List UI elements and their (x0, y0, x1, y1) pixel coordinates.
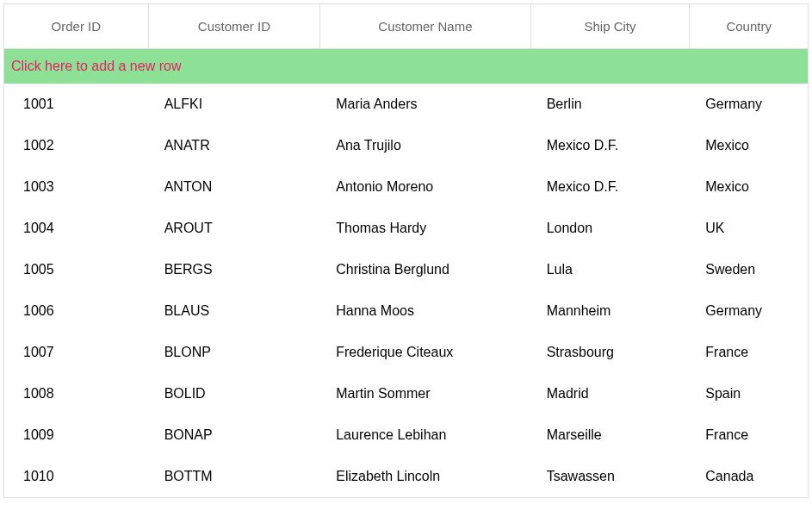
cell-customerName[interactable]: Frederique Citeaux (320, 345, 530, 360)
rows-container: 1001ALFKIMaria AndersBerlinGermany1002AN… (4, 84, 808, 497)
cell-country[interactable]: Canada (690, 469, 808, 484)
cell-orderId[interactable]: 1003 (4, 179, 149, 195)
cell-orderId[interactable]: 1001 (4, 97, 149, 112)
cell-customerName[interactable]: Elizabeth Lincoln (320, 469, 530, 484)
cell-orderId[interactable]: 1009 (4, 427, 149, 443)
cell-country[interactable]: Mexico (690, 138, 808, 153)
add-new-row-button[interactable]: Click here to add a new row (4, 49, 808, 84)
cell-country[interactable]: Spain (690, 386, 808, 402)
cell-customerId[interactable]: BLAUS (149, 303, 321, 319)
cell-shipCity[interactable]: Strasbourg (531, 345, 691, 360)
cell-country[interactable]: Germany (690, 303, 808, 319)
cell-orderId[interactable]: 1008 (4, 386, 149, 402)
cell-country[interactable]: Sweden (690, 262, 808, 277)
cell-customerName[interactable]: Laurence Lebihan (320, 427, 530, 443)
cell-shipCity[interactable]: Mexico D.F. (531, 138, 691, 153)
table-row[interactable]: 1001ALFKIMaria AndersBerlinGermany (4, 84, 808, 125)
column-header-country[interactable]: Country (690, 4, 808, 49)
table-row[interactable]: 1004AROUTThomas HardyLondonUK (4, 208, 808, 249)
cell-customerId[interactable]: AROUT (149, 221, 321, 236)
table-row[interactable]: 1008BOLIDMartin SommerMadridSpain (4, 373, 808, 414)
table-row[interactable]: 1007BLONPFrederique CiteauxStrasbourgFra… (4, 332, 808, 373)
cell-shipCity[interactable]: Tsawassen (531, 469, 691, 484)
cell-customerName[interactable]: Ana Trujilo (320, 138, 530, 153)
table-row[interactable]: 1010BOTTMElizabeth LincolnTsawassenCanad… (4, 456, 808, 497)
column-header-customer-name[interactable]: Customer Name (320, 4, 530, 49)
cell-country[interactable]: France (690, 427, 808, 443)
cell-customerId[interactable]: BOLID (149, 386, 321, 402)
cell-orderId[interactable]: 1006 (4, 303, 149, 319)
cell-shipCity[interactable]: Mannheim (531, 303, 691, 319)
cell-orderId[interactable]: 1010 (4, 469, 149, 484)
cell-customerId[interactable]: ALFKI (149, 97, 321, 112)
cell-orderId[interactable]: 1007 (4, 345, 149, 360)
cell-shipCity[interactable]: London (531, 221, 691, 236)
cell-customerName[interactable]: Hanna Moos (320, 303, 530, 319)
cell-customerName[interactable]: Maria Anders (320, 97, 530, 112)
cell-orderId[interactable]: 1004 (4, 221, 149, 236)
cell-orderId[interactable]: 1002 (4, 138, 149, 153)
cell-country[interactable]: UK (690, 221, 808, 236)
cell-customerId[interactable]: ANATR (149, 138, 321, 153)
cell-shipCity[interactable]: Madrid (531, 386, 691, 402)
table-row[interactable]: 1003ANTONAntonio MorenoMexico D.F.Mexico (4, 166, 808, 208)
cell-country[interactable]: France (690, 345, 808, 360)
cell-country[interactable]: Mexico (690, 179, 808, 195)
cell-shipCity[interactable]: Marseille (531, 427, 691, 443)
column-header-ship-city[interactable]: Ship City (531, 4, 691, 49)
column-header-customer-id[interactable]: Customer ID (149, 4, 321, 49)
cell-shipCity[interactable]: Berlin (531, 97, 691, 112)
cell-customerName[interactable]: Martin Sommer (320, 386, 530, 402)
header-row: Order ID Customer ID Customer Name Ship … (4, 4, 808, 49)
column-header-order-id[interactable]: Order ID (4, 4, 149, 49)
cell-country[interactable]: Germany (690, 97, 808, 112)
table-row[interactable]: 1009BONAPLaurence LebihanMarseilleFrance (4, 414, 808, 456)
table-row[interactable]: 1006BLAUSHanna MoosMannheimGermany (4, 290, 808, 332)
cell-customerId[interactable]: BERGS (149, 262, 321, 277)
cell-orderId[interactable]: 1005 (4, 262, 149, 277)
cell-shipCity[interactable]: Lula (531, 262, 691, 277)
cell-customerId[interactable]: BOTTM (149, 469, 321, 484)
table-row[interactable]: 1005BERGSChristina BerglundLulaSweden (4, 249, 808, 290)
cell-customerName[interactable]: Christina Berglund (320, 262, 530, 277)
cell-customerId[interactable]: BONAP (149, 427, 321, 443)
cell-customerId[interactable]: BLONP (149, 345, 321, 360)
cell-customerName[interactable]: Antonio Moreno (320, 179, 530, 195)
cell-customerName[interactable]: Thomas Hardy (320, 221, 530, 236)
add-new-row-label: Click here to add a new row (11, 59, 181, 74)
data-grid: Order ID Customer ID Customer Name Ship … (3, 3, 809, 498)
table-row[interactable]: 1002ANATRAna TrujiloMexico D.F.Mexico (4, 125, 808, 166)
cell-customerId[interactable]: ANTON (149, 179, 321, 195)
cell-shipCity[interactable]: Mexico D.F. (531, 179, 691, 195)
